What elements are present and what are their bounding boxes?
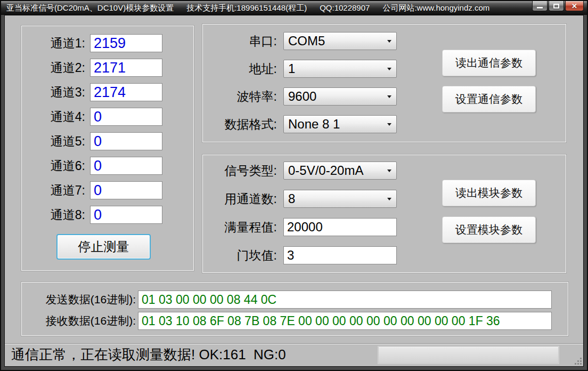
title-bar: 亚当标准信号(DC20mA、DC10V)模块参数设置技术支持手机:1899615… xyxy=(1,1,587,15)
module-field-row: 门坎值: xyxy=(202,246,566,264)
address-label: 地址: xyxy=(202,60,277,78)
channel-row: 通道7: xyxy=(21,181,194,199)
channel-count-value: 8 xyxy=(288,190,295,207)
title-support-phone: 技术支持手机:18996151448(程工) xyxy=(186,3,307,12)
window-title: 亚当标准信号(DC20mA、DC10V)模块参数设置 xyxy=(6,3,174,12)
set-module-params-button[interactable]: 设置模块参数 xyxy=(442,216,536,243)
channel-4-value-input[interactable] xyxy=(90,108,162,126)
stop-measure-button[interactable]: 停止测量 xyxy=(56,234,151,260)
receive-data-input[interactable] xyxy=(138,312,552,330)
serial-port-value: COM5 xyxy=(288,33,325,49)
channel-row: 通道5: xyxy=(21,132,194,150)
signal-type-select[interactable]: 0-5V/0-20mA xyxy=(283,162,397,180)
full-scale-label: 满量程值: xyxy=(202,218,277,236)
channel-3-value-input[interactable] xyxy=(90,83,162,101)
dropdown-arrow-icon xyxy=(387,95,391,98)
channel-row: 通道4: xyxy=(21,108,194,126)
channel-5-label: 通道5: xyxy=(26,132,85,150)
channel-4-label: 通道4: xyxy=(26,108,85,126)
minimize-button[interactable] xyxy=(532,1,548,11)
channel-8-label: 通道8: xyxy=(26,206,85,224)
set-comm-params-button[interactable]: 设置通信参数 xyxy=(442,86,536,112)
signal-type-value: 0-5V/0-20mA xyxy=(288,162,363,179)
title-website: 公司网站:www.hongyindz.com xyxy=(382,3,489,12)
dropdown-arrow-icon xyxy=(387,198,391,200)
channel-row: 通道3: xyxy=(21,83,194,101)
signal-type-label: 信号类型: xyxy=(202,162,277,180)
channel-row: 通道1: xyxy=(21,34,194,52)
send-data-label: 发送数据(16进制): xyxy=(21,291,136,309)
serial-port-label: 串口: xyxy=(202,32,277,50)
channel-1-value-input[interactable] xyxy=(90,34,162,52)
close-icon: ✕ xyxy=(571,2,577,10)
resize-grip-icon[interactable] xyxy=(574,357,582,365)
baud-rate-label: 波特率: xyxy=(202,87,277,106)
channel-6-label: 通道6: xyxy=(26,157,85,175)
channel-1-label: 通道1: xyxy=(26,34,85,52)
data-format-value: None 8 1 xyxy=(288,116,340,132)
channel-2-value-input[interactable] xyxy=(90,59,162,77)
maximize-button[interactable] xyxy=(549,1,564,11)
channel-7-label: 通道7: xyxy=(26,181,85,199)
channel-3-label: 通道3: xyxy=(26,83,85,101)
window-controls: ✕ xyxy=(532,1,584,11)
channel-2-label: 通道2: xyxy=(26,59,85,77)
threshold-label: 门坎值: xyxy=(202,246,277,264)
dropdown-arrow-icon xyxy=(387,123,391,126)
channel-count-label: 用通道数: xyxy=(202,190,277,208)
send-data-input[interactable] xyxy=(138,291,552,309)
channel-7-value-input[interactable] xyxy=(90,181,162,199)
channel-row: 通道6: xyxy=(21,157,194,175)
full-scale-input[interactable] xyxy=(283,218,397,236)
dropdown-arrow-icon xyxy=(387,40,391,43)
status-message: 通信正常，正在读取测量数据! OK:161 NG:0 xyxy=(11,344,286,366)
comm-settings-groupbox: 串口: COM5 地址: 1 波特率: 9600 xyxy=(202,23,567,143)
channels-groupbox: 通道1: 通道2: 通道3: 通道4: 通道5: 通道6: xyxy=(21,25,194,271)
receive-data-label: 接收数据(16进制): xyxy=(21,312,136,330)
read-comm-params-button[interactable]: 读出通信参数 xyxy=(442,50,536,76)
baud-rate-value: 9600 xyxy=(288,88,316,104)
channel-count-select[interactable]: 8 xyxy=(283,190,397,208)
dropdown-arrow-icon xyxy=(387,170,391,172)
maximize-icon xyxy=(553,4,559,9)
close-button[interactable]: ✕ xyxy=(565,1,584,11)
status-bar: 通信正常，正在读取测量数据! OK:161 NG:0 xyxy=(5,343,583,366)
comm-field-row: 串口: COM5 xyxy=(202,32,566,50)
channel-6-value-input[interactable] xyxy=(90,157,162,175)
address-value: 1 xyxy=(288,60,295,77)
channel-5-value-input[interactable] xyxy=(90,132,162,150)
baud-rate-select[interactable]: 9600 xyxy=(283,87,397,106)
serial-port-select[interactable]: COM5 xyxy=(283,32,397,50)
channel-row: 通道2: xyxy=(21,59,194,77)
module-settings-groupbox: 信号类型: 0-5V/0-20mA 用通道数: 8 满量程值: 门坎值: xyxy=(202,154,567,273)
comm-field-row: 数据格式: None 8 1 xyxy=(202,115,566,133)
module-field-row: 信号类型: 0-5V/0-20mA xyxy=(202,162,566,180)
send-data-row: 发送数据(16进制): xyxy=(21,291,568,309)
client-area: 通道1: 通道2: 通道3: 通道4: 通道5: 通道6: xyxy=(4,15,584,367)
channel-row: 通道8: xyxy=(21,206,194,224)
threshold-input[interactable] xyxy=(283,246,397,264)
minimize-icon xyxy=(537,7,543,9)
data-format-select[interactable]: None 8 1 xyxy=(283,115,397,133)
title-qq: QQ:10228907 xyxy=(320,3,370,12)
app-window: 亚当标准信号(DC20mA、DC10V)模块参数设置技术支持手机:1899615… xyxy=(0,0,588,371)
data-io-groupbox: 发送数据(16进制): 接收数据(16进制): xyxy=(21,281,569,336)
data-format-label: 数据格式: xyxy=(202,115,277,133)
address-select[interactable]: 1 xyxy=(283,60,397,78)
progress-bar xyxy=(378,346,559,364)
receive-data-row: 接收数据(16进制): xyxy=(21,312,568,330)
channel-8-value-input[interactable] xyxy=(90,206,162,224)
dropdown-arrow-icon xyxy=(387,68,391,70)
read-module-params-button[interactable]: 读出模块参数 xyxy=(442,180,536,206)
